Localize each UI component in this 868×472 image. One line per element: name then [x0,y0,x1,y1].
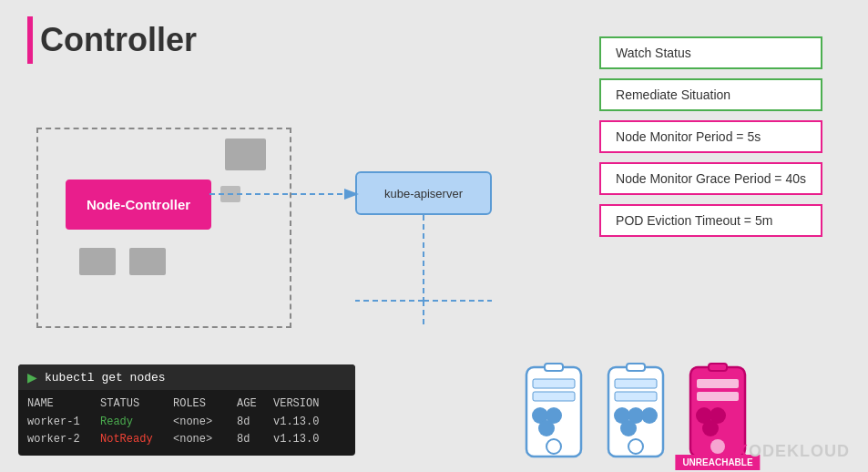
small-box-topleft [225,139,266,170]
svg-point-29 [702,420,719,436]
watermark: KODEKLOUD [736,442,850,461]
svg-point-13 [546,439,561,454]
svg-rect-24 [709,364,727,371]
status-remediate: Remediate Situation [599,78,822,111]
kube-apiserver-box: kube-apiserver [355,171,492,215]
svg-rect-25 [697,379,739,388]
nodes-area: UNREACHABLE [522,363,750,463]
play-icon: ▶ [27,370,37,385]
svg-rect-8 [533,379,575,388]
status-grace-period: Node Monitor Grace Period = 40s [599,162,822,195]
status-panel: Watch Status Remediate Situation Node Mo… [599,36,822,237]
svg-rect-7 [545,364,563,371]
svg-point-20 [641,407,658,424]
svg-rect-26 [697,392,739,401]
small-box-br1 [79,248,116,275]
node-controller-box: Node-Controller [66,180,211,230]
terminal-command: kubectl get nodes [45,371,166,385]
status-monitor-period: Node Monitor Period = 5s [599,120,822,153]
outer-box: Node-Controller [36,128,291,328]
svg-rect-17 [615,392,657,401]
header-accent-bar [27,16,33,64]
node-device-2 [604,363,668,463]
small-box-nc [220,186,240,202]
watermark-k: K [736,442,749,460]
svg-point-30 [710,439,725,454]
small-box-br2 [129,248,166,275]
svg-point-22 [628,439,643,454]
terminal: ▶ kubectl get nodes NAME STATUS ROLES AG… [18,364,355,456]
svg-rect-15 [627,364,645,371]
svg-point-21 [620,420,637,436]
status-eviction-timeout: POD Eviction Timeout = 5m [599,204,822,237]
svg-rect-9 [533,392,575,401]
table-row: worker-1 Ready <none> 8d v1.13.0 [27,414,346,431]
terminal-header: ▶ kubectl get nodes [18,364,355,390]
terminal-body: NAME STATUS ROLES AGE VERSION worker-1 R… [18,390,355,456]
diagram: Node-Controller kube-apiserver [18,109,565,346]
node-device-1 [522,363,586,463]
table-row: worker-2 NotReady <none> 8d v1.13.0 [27,431,346,448]
header: Controller [27,16,197,64]
svg-rect-16 [615,379,657,388]
terminal-col-headers: NAME STATUS ROLES AGE VERSION [27,395,346,413]
status-watch: Watch Status [599,36,822,69]
svg-point-12 [538,420,555,436]
page-title: Controller [40,21,197,59]
